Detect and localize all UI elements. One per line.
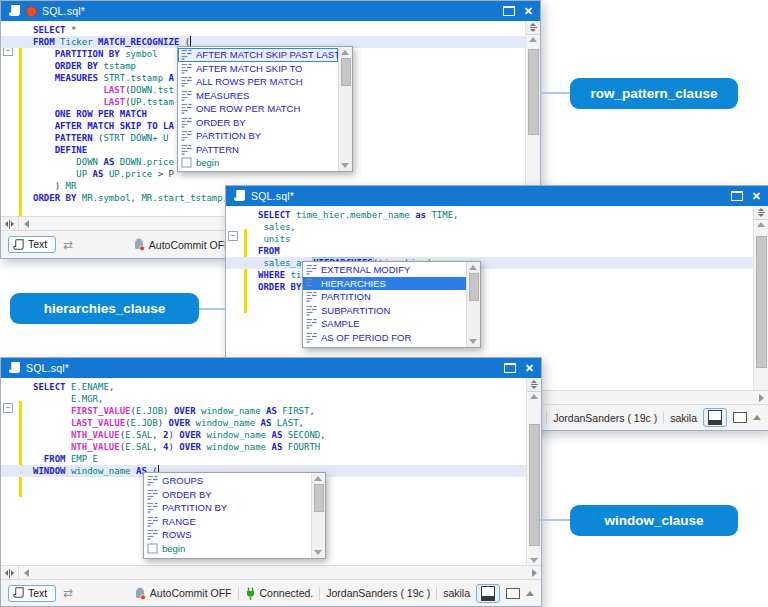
completion-item-label: ALL ROWS PER MATCH — [196, 76, 303, 87]
completion-item[interactable]: SUBPARTITION — [303, 304, 466, 318]
splitter-icon[interactable] — [1, 217, 19, 231]
scrollbar-thumb[interactable] — [341, 58, 351, 86]
completion-item-label: HIERARCHIES — [321, 278, 386, 289]
swap-icon[interactable]: ⇄ — [63, 588, 73, 598]
show-panel-icon[interactable] — [703, 408, 727, 427]
window-titlebar[interactable]: SQL.sql* ✕ — [226, 186, 768, 206]
scrollbar-thumb[interactable] — [469, 273, 479, 301]
connection-status[interactable]: Connected. — [245, 587, 314, 600]
completion-item[interactable]: GROUPS — [144, 474, 311, 488]
scroll-right-icon[interactable] — [759, 394, 764, 402]
split-handle-icon[interactable] — [526, 21, 540, 35]
completion-item[interactable]: ORDER BY — [144, 488, 311, 502]
completion-item[interactable]: PARTITION — [303, 290, 466, 304]
database-name[interactable]: sakila — [670, 412, 697, 424]
scrollbar-thumb[interactable] — [756, 236, 767, 368]
completion-item[interactable]: MEASURES — [178, 89, 338, 103]
popup-scrollbar[interactable] — [466, 262, 480, 347]
window-titlebar[interactable]: SQL.sql* ✕ — [1, 358, 541, 378]
completion-item[interactable]: ROWS — [144, 528, 311, 542]
completion-item[interactable]: AFTER MATCH SKIP TO — [178, 62, 338, 76]
code-line: SELECT * — [1, 24, 526, 36]
split-handle-icon[interactable] — [754, 206, 768, 220]
split-handle-icon[interactable] — [527, 378, 541, 392]
completion-item[interactable]: EXTERNAL MODIFY — [303, 263, 466, 277]
splitter-icon[interactable] — [1, 566, 19, 580]
code-line: FROM EMP E — [1, 453, 527, 465]
editor-horizontal-scrollbar[interactable] — [1, 565, 541, 580]
close-icon[interactable]: ✕ — [752, 191, 761, 201]
swap-icon[interactable]: ⇄ — [63, 240, 73, 250]
completion-item[interactable]: ONE ROW PER MATCH — [178, 102, 338, 116]
text-mode-button[interactable]: Text — [8, 236, 56, 253]
autocommit-status[interactable]: AutoCommit OFF — [134, 587, 232, 600]
hide-panel-icon[interactable] — [733, 412, 747, 423]
completion-item[interactable]: ORDER BY — [178, 116, 338, 130]
scroll-up-icon[interactable] — [314, 476, 322, 481]
completion-item[interactable]: begin — [144, 542, 311, 556]
completion-item[interactable]: ALL ROWS PER MATCH — [178, 75, 338, 89]
list-icon — [181, 103, 192, 114]
completion-item[interactable]: PARTITION BY — [144, 501, 311, 515]
popup-scrollbar[interactable] — [338, 47, 352, 171]
completion-item[interactable]: PATTERN — [178, 143, 338, 157]
window-titlebar[interactable]: SQL.sql* ✕ — [1, 1, 540, 21]
completion-item[interactable]: HIERARCHIES — [303, 277, 466, 291]
plug-icon — [245, 587, 256, 600]
completion-item-label: AFTER MATCH SKIP PAST LAST ROW — [196, 49, 338, 60]
maximize-icon[interactable] — [731, 191, 743, 201]
editor-vertical-scrollbar[interactable] — [753, 206, 768, 390]
list-icon — [181, 49, 192, 60]
show-panel-icon[interactable] — [476, 584, 500, 603]
code-line: LAST_VALUE(E.JOB) OVER window_name AS LA… — [1, 417, 527, 429]
scroll-up-icon[interactable] — [529, 37, 537, 42]
scrollbar-thumb[interactable] — [529, 424, 540, 546]
completion-item[interactable]: RANGE — [144, 515, 311, 529]
list-icon — [147, 529, 158, 540]
editor-vertical-scrollbar[interactable] — [526, 378, 541, 565]
maximize-icon[interactable] — [503, 6, 515, 16]
scroll-up-icon[interactable] — [469, 265, 477, 270]
maximize-icon[interactable] — [504, 363, 516, 373]
autocomplete-popup: EXTERNAL MODIFYHIERARCHIESPARTITIONSUBPA… — [302, 261, 481, 348]
scrollbar-thumb[interactable] — [528, 49, 539, 135]
text-cursor — [190, 36, 191, 46]
code-area[interactable]: SELECT E.ENAME, E.MGR, FIRST_VALUE(E.JOB… — [1, 381, 527, 477]
code-line: sales, — [226, 221, 754, 233]
window-title: SQL.sql* — [42, 5, 85, 17]
code-line: E.MGR, — [1, 393, 527, 405]
close-icon[interactable]: ✕ — [525, 363, 534, 373]
completion-item[interactable]: SAMPLE — [303, 317, 466, 331]
database-name[interactable]: sakila — [443, 587, 470, 599]
popup-scrollbar[interactable] — [311, 473, 325, 558]
completion-item-label: AS OF PERIOD FOR — [321, 332, 411, 343]
completion-item[interactable]: AFTER MATCH SKIP PAST LAST ROW — [178, 48, 338, 62]
scroll-down-icon[interactable] — [314, 550, 322, 555]
scrollbar-thumb[interactable] — [314, 484, 324, 512]
sql-file-icon — [8, 361, 21, 376]
user-connection[interactable]: JordanSanders ( 19c ) — [553, 412, 657, 424]
completion-item[interactable]: begin — [178, 156, 338, 170]
hide-panel-icon[interactable] — [506, 588, 520, 599]
scroll-up-icon[interactable] — [530, 394, 538, 399]
scroll-up-icon[interactable] — [341, 50, 349, 55]
scroll-down-icon[interactable] — [530, 558, 538, 563]
scroll-down-icon[interactable] — [341, 163, 349, 168]
scroll-right-icon[interactable] — [532, 569, 537, 577]
close-icon[interactable]: ✕ — [524, 6, 533, 16]
text-mode-button[interactable]: Text — [8, 585, 56, 602]
user-connection[interactable]: JordanSanders ( 19c ) — [326, 587, 430, 599]
list-icon — [147, 502, 158, 513]
scroll-left-icon[interactable] — [24, 220, 29, 228]
scroll-down-icon[interactable] — [469, 339, 477, 344]
scroll-left-icon[interactable] — [24, 569, 29, 577]
collapse-arrow-icon[interactable] — [753, 415, 761, 420]
callout-connector-line — [540, 519, 571, 521]
list-icon — [306, 305, 317, 316]
collapse-arrow-icon[interactable] — [526, 591, 534, 596]
autocommit-status[interactable]: AutoCommit OFF — [133, 238, 231, 251]
completion-item[interactable]: PARTITION BY — [178, 129, 338, 143]
list-icon — [147, 475, 158, 486]
scroll-up-icon[interactable] — [757, 222, 765, 227]
completion-item[interactable]: AS OF PERIOD FOR — [303, 331, 466, 345]
